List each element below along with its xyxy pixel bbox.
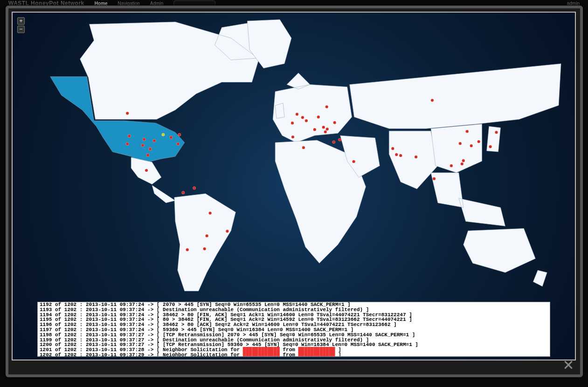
map-marker-us-2[interactable] (128, 135, 131, 137)
zoom-out-button[interactable]: − (17, 26, 25, 33)
map-marker-cn-4[interactable] (450, 164, 453, 167)
log-line: 1202 of 1202 : 2013-10-11 09:37:29 -> [ … (40, 353, 548, 357)
map-marker-cn-2[interactable] (459, 142, 462, 145)
map-marker-as-4[interactable] (415, 156, 417, 158)
map-marker-me-1[interactable] (352, 160, 355, 163)
map-marker-eu-13[interactable] (332, 141, 335, 143)
close-button[interactable] (563, 360, 574, 370)
map-marker-us-3[interactable] (126, 143, 129, 145)
map-marker-eu-11[interactable] (325, 105, 328, 108)
map-marker-as-1[interactable] (391, 147, 394, 150)
map-marker-ve-1[interactable] (182, 191, 185, 194)
region-japan[interactable] (487, 126, 501, 152)
map-marker-us-7[interactable] (146, 154, 149, 156)
map-marker-eu-6[interactable] (317, 115, 320, 118)
map-marker-us-5[interactable] (143, 138, 145, 141)
map-marker-us-4[interactable] (141, 144, 144, 147)
map-marker-cn-6[interactable] (462, 159, 465, 162)
map-marker-us-10[interactable] (178, 133, 181, 136)
map-modal: + − (6, 6, 583, 377)
nav-navigation[interactable]: Navigation (118, 1, 140, 6)
map-marker-us-9[interactable] (170, 136, 173, 139)
map-marker-us-11[interactable] (177, 143, 180, 145)
region-uk[interactable] (275, 103, 284, 118)
map-marker-af-1[interactable] (302, 146, 305, 149)
map-marker-mx-1[interactable] (145, 169, 148, 172)
region-south-asia[interactable] (389, 131, 438, 189)
map-marker-us-6[interactable] (149, 148, 152, 150)
map-marker-br-1[interactable] (208, 211, 211, 214)
region-canada[interactable] (80, 22, 271, 119)
map-marker-as-5[interactable] (433, 177, 436, 180)
map-marker-eu-1[interactable] (291, 122, 294, 124)
log-console[interactable]: 1192 of 1202 : 2013-10-11 09:37:24 -> [ … (37, 302, 550, 357)
map-marker-eu-3[interactable] (301, 116, 304, 119)
map-marker-eu-4[interactable] (305, 119, 308, 122)
map-marker-cn-1[interactable] (466, 130, 469, 133)
map-marker-eu-10[interactable] (333, 121, 336, 124)
region-russia[interactable] (350, 64, 561, 129)
zoom-in-button[interactable]: + (17, 17, 25, 25)
map-marker-jp-1[interactable] (489, 145, 491, 148)
region-europe[interactable] (273, 73, 352, 143)
map-marker-br-2[interactable] (205, 234, 208, 237)
region-south-america[interactable] (174, 194, 236, 291)
map-marker-cn-5[interactable] (461, 163, 463, 165)
map-marker-eu-5[interactable] (313, 128, 316, 131)
map-marker-eu-12[interactable] (291, 136, 294, 138)
zoom-controls: + − (17, 17, 25, 34)
region-se-asia[interactable] (431, 173, 505, 226)
map-marker-kr-1[interactable] (477, 140, 480, 143)
map-marker-us-local[interactable] (162, 133, 165, 136)
nav-home[interactable]: Home (95, 1, 108, 6)
log-line: 1193 of 1202 : 2013-10-11 09:37:24 -> [ … (40, 307, 548, 312)
map-marker-eu-8[interactable] (324, 130, 327, 133)
map-marker-ru-1[interactable] (431, 99, 434, 102)
map-marker-cn-3[interactable] (470, 144, 473, 147)
map-marker-ar-1[interactable] (186, 248, 189, 251)
map-marker-jp-2[interactable] (495, 131, 498, 134)
map-marker-co-1[interactable] (193, 187, 196, 190)
map-marker-br-3[interactable] (226, 230, 228, 232)
region-east-asia[interactable] (431, 124, 482, 173)
map-marker-eu-9[interactable] (326, 128, 329, 130)
map-marker-ar-2[interactable] (203, 247, 206, 250)
map-marker-as-3[interactable] (399, 154, 402, 157)
map-marker-eu-7[interactable] (322, 126, 325, 129)
map-marker-eu-2[interactable] (296, 113, 298, 115)
nav-user[interactable]: admin (567, 1, 580, 6)
nav-admin[interactable]: Admin (150, 1, 163, 6)
map-marker-eu-14[interactable] (338, 138, 341, 141)
map-panel[interactable]: + − (12, 12, 576, 360)
map-marker-us-8[interactable] (153, 139, 156, 142)
map-marker-as-2[interactable] (395, 153, 398, 156)
map-marker-us-1[interactable] (126, 112, 129, 115)
log-line: 1198 of 1202 : 2013-10-11 09:37:27 -> [ … (40, 333, 548, 338)
region-nz[interactable] (533, 270, 547, 286)
region-central-am[interactable] (152, 185, 175, 203)
region-australia[interactable] (463, 228, 535, 272)
